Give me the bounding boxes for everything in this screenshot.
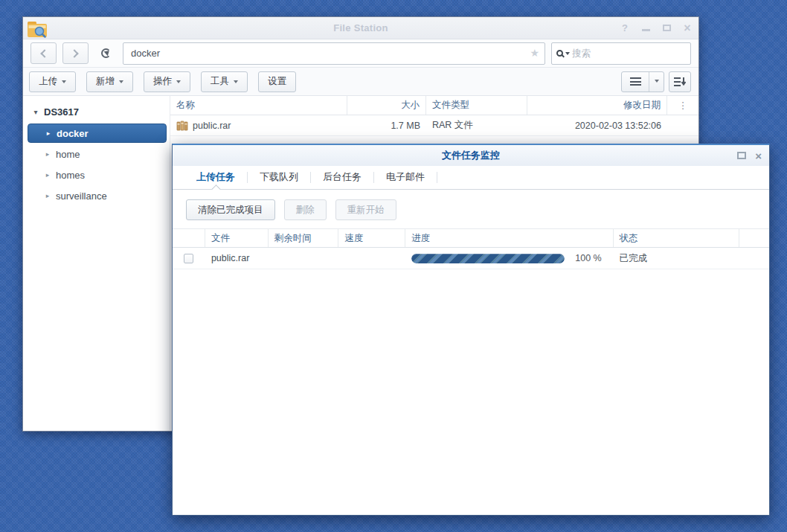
search-icon[interactable] — [556, 50, 563, 57]
column-header-name[interactable]: 名称 — [170, 96, 347, 115]
refresh-button[interactable] — [94, 42, 117, 64]
sidebar-root-label: DS3617 — [44, 106, 79, 118]
window-title: File Station — [333, 22, 388, 33]
upload-button[interactable]: 上传 — [29, 71, 76, 92]
sidebar-item-surveillance[interactable]: ▸ surveillance — [28, 186, 167, 205]
sidebar-item-label: homes — [56, 170, 85, 181]
column-header-remaining[interactable]: 剩余时间 — [269, 229, 339, 247]
refresh-icon — [101, 48, 111, 58]
tab-background-tasks[interactable]: 后台任务 — [311, 165, 373, 189]
column-header-status[interactable]: 状态 — [614, 229, 740, 247]
file-name: public.rar — [193, 121, 231, 131]
help-icon[interactable]: ? — [620, 23, 630, 33]
close-icon[interactable]: × — [755, 150, 762, 161]
column-header-file[interactable]: 文件 — [205, 229, 269, 247]
rar-file-icon — [176, 120, 188, 132]
navigation-toolbar: ★ — [23, 39, 698, 68]
restart-button: 重新开始 — [335, 199, 396, 220]
task-toolbar: 清除已完成项目 删除 重新开始 — [173, 190, 769, 228]
chevron-down-icon — [176, 80, 181, 86]
search-box — [551, 42, 691, 65]
sidebar-item-homes[interactable]: ▸ homes — [28, 165, 167, 185]
desktop: { "file_station": { "title": "File Stati… — [0, 0, 787, 532]
table-row[interactable]: public.rar 100 % 已完成 — [173, 248, 769, 269]
chevron-down-icon — [119, 80, 123, 86]
triangle-down-icon[interactable]: ▾ — [32, 108, 39, 116]
task-status: 已完成 — [614, 252, 740, 265]
sidebar-item-label: docker — [57, 128, 89, 139]
chevron-right-icon — [70, 49, 78, 57]
column-header-checkbox[interactable] — [173, 229, 205, 247]
back-button[interactable] — [30, 42, 57, 64]
file-list-header: 名称 大小 文件类型 修改日期 ⋮ — [170, 96, 698, 115]
action-toolbar: 上传 新增 操作 工具 设置 — [23, 68, 698, 96]
progress-bar — [411, 254, 565, 263]
triangle-right-icon[interactable]: ▸ — [44, 192, 51, 199]
chevron-down-icon — [234, 80, 238, 86]
minimize-icon[interactable] — [640, 23, 651, 33]
view-mode-split-button — [621, 71, 664, 92]
forward-button[interactable] — [62, 42, 89, 64]
chevron-down-icon — [655, 80, 659, 85]
favorite-star-icon[interactable]: ★ — [530, 47, 539, 59]
clear-completed-button[interactable]: 清除已完成项目 — [186, 199, 275, 220]
sidebar-item-docker[interactable]: ▸ docker — [28, 124, 167, 143]
maximize-icon[interactable] — [661, 23, 672, 33]
list-view-icon — [630, 77, 641, 86]
tab-download-queue[interactable]: 下载队列 — [248, 165, 310, 189]
sidebar-item-home[interactable]: ▸ home — [28, 144, 167, 164]
progress-percent: 100 % — [575, 253, 601, 263]
tools-button[interactable]: 工具 — [201, 71, 248, 92]
chevron-left-icon — [40, 49, 48, 57]
folder-tree-sidebar: ▾ DS3617 ▸ docker ▸ home ▸ homes ▸ surve… — [23, 96, 170, 430]
file-station-titlebar[interactable]: File Station ? × — [23, 17, 698, 39]
sidebar-item-ds3617[interactable]: ▾ DS3617 — [23, 102, 170, 122]
table-row[interactable]: public.rar 1.7 MB RAR 文件 2020-02-03 13:5… — [170, 115, 698, 136]
column-menu-icon[interactable]: ⋮ — [667, 96, 698, 115]
search-options-caret-icon[interactable] — [565, 52, 570, 57]
sort-descending-icon — [674, 77, 686, 87]
column-header-size[interactable]: 大小 — [347, 96, 426, 115]
settings-button[interactable]: 设置 — [258, 71, 296, 92]
maximize-icon[interactable] — [737, 152, 746, 159]
action-button[interactable]: 操作 — [144, 71, 190, 92]
task-monitor-titlebar[interactable]: 文件任务监控 × — [173, 145, 769, 166]
column-header-modified[interactable]: 修改日期 — [527, 96, 667, 115]
file-modified-date: 2020-02-03 13:52:06 — [527, 121, 667, 131]
triangle-right-icon[interactable]: ▸ — [44, 171, 51, 179]
task-table-header: 文件 剩余时间 速度 进度 状态 — [173, 228, 769, 248]
sidebar-item-label: surveillance — [56, 190, 107, 202]
column-header-type[interactable]: 文件类型 — [426, 96, 527, 115]
progress-bar-fill — [411, 254, 565, 263]
task-monitor-tabs: 上传任务 下载队列 后台任务 电子邮件 — [173, 166, 769, 190]
list-view-button[interactable] — [622, 72, 649, 92]
create-button[interactable]: 新增 — [86, 71, 133, 92]
tab-email[interactable]: 电子邮件 — [374, 165, 437, 189]
triangle-right-icon[interactable]: ▸ — [45, 129, 52, 137]
sidebar-item-label: home — [56, 149, 80, 160]
search-input[interactable] — [572, 48, 686, 59]
address-input[interactable] — [123, 42, 545, 65]
file-station-app-icon — [27, 19, 48, 38]
task-file-name: public.rar — [205, 253, 269, 263]
close-icon[interactable]: × — [682, 22, 693, 34]
dialog-title: 文件任务监控 — [442, 149, 500, 162]
sort-button[interactable] — [669, 71, 691, 92]
delete-button: 删除 — [284, 199, 327, 220]
chevron-down-icon — [62, 80, 66, 86]
task-monitor-dialog: 文件任务监控 × 上传任务 下载队列 后台任务 电子邮件 清除已完成项目 删除 … — [172, 144, 770, 516]
column-header-speed[interactable]: 速度 — [338, 229, 405, 247]
row-checkbox[interactable] — [184, 254, 193, 263]
triangle-right-icon[interactable]: ▸ — [44, 150, 51, 158]
tab-divider — [437, 172, 437, 183]
file-type: RAR 文件 — [426, 119, 527, 132]
view-mode-dropdown-button[interactable] — [649, 72, 664, 92]
column-header-progress[interactable]: 进度 — [405, 229, 613, 247]
file-size: 1.7 MB — [347, 121, 426, 131]
